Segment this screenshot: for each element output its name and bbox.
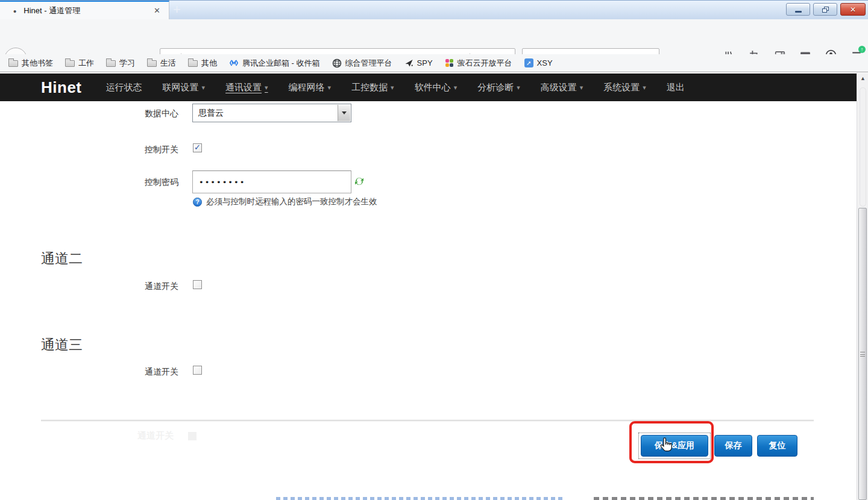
bookmarks-bar: 其他书签 工作 学习 生活 其他 腾讯企业邮箱 - 收件箱 综合管理平台 SPY [0, 54, 868, 72]
menu-analysis-diagnosis[interactable]: 分析诊断▾ [477, 82, 520, 93]
folder-icon [8, 60, 18, 67]
scrollbar-track[interactable] [860, 87, 866, 207]
new-tab-button[interactable]: + [173, 2, 181, 17]
restore-icon [822, 7, 829, 13]
globe-icon [332, 58, 342, 68]
exmail-icon [229, 58, 239, 67]
close-button[interactable]: ✕ [840, 3, 866, 16]
form-divider [41, 420, 814, 422]
dart-icon [404, 58, 414, 67]
clipped-footer-text [276, 497, 562, 500]
refresh-password-icon[interactable] [354, 177, 364, 189]
password-hint-text: 必须与控制时远程输入的密码一致控制才会生效 [206, 196, 377, 207]
help-icon: ? [193, 198, 202, 207]
control-password-input[interactable] [192, 170, 351, 193]
tab-favicon-dot: • [13, 6, 16, 16]
menu-programming-network[interactable]: 编程网络▾ [289, 82, 332, 93]
bookmark-ezviz[interactable]: 萤石云开放平台 [445, 58, 512, 69]
control-switch-label: 控制开关 [90, 145, 178, 155]
tab-title: Hinet - 通道管理 [24, 5, 80, 16]
page-content: Hinet 运行状态 联网设置▾ 通讯设置▾ 编程网络▾ 工控数据▾ 软件中心▾… [0, 73, 868, 500]
site-menu: 运行状态 联网设置▾ 通讯设置▾ 编程网络▾ 工控数据▾ 软件中心▾ 分析诊断▾… [106, 82, 685, 93]
bookmark-folder-life[interactable]: 生活 [147, 58, 176, 69]
chevron-down-icon: ▾ [265, 84, 268, 92]
channel-three-switch-label: 通道开关 [90, 367, 178, 378]
chevron-down-icon: ▾ [202, 84, 206, 92]
scrollbar-thumb[interactable] [858, 208, 867, 500]
bookmark-folder-work[interactable]: 工作 [65, 58, 94, 69]
tab-close-icon[interactable]: ✕ [154, 6, 160, 15]
window-controls: ✕ [786, 3, 866, 16]
minimize-icon [795, 11, 802, 13]
datacenter-value: 思普云 [198, 108, 224, 119]
menu-comm-settings[interactable]: 通讯设置▾ [225, 82, 268, 93]
save-apply-focus-ring: 保存&应用 [638, 433, 711, 459]
chevron-down-icon: ▾ [517, 84, 520, 92]
channel-three-switch-checkbox[interactable] [193, 366, 202, 375]
password-hint-row: ? 必须与控制时远程输入的密码一致控制才会生效 [193, 196, 377, 207]
menu-network-settings[interactable]: 联网设置▾ [163, 82, 206, 93]
folder-icon [188, 60, 198, 67]
chevron-down-icon: ▾ [454, 84, 458, 92]
channel-two-switch-checkbox[interactable] [193, 280, 202, 289]
folder-icon [106, 60, 116, 67]
scrollbar-grip [860, 352, 865, 357]
save-apply-button[interactable]: 保存&应用 [641, 435, 708, 457]
chevron-down-icon: ▾ [328, 84, 332, 92]
folder-icon [65, 60, 75, 67]
bookmark-spy[interactable]: SPY [404, 58, 433, 67]
bookmark-folder-study[interactable]: 学习 [106, 58, 135, 69]
bookmark-exmail[interactable]: 腾讯企业邮箱 - 收件箱 [229, 58, 320, 69]
update-badge: ↑ [858, 46, 866, 53]
menu-system-settings[interactable]: 系统设置▾ [603, 82, 646, 93]
clipped-footer-text-2 [594, 497, 814, 500]
xsy-icon: ➚ [524, 58, 533, 67]
site-logo[interactable]: Hinet [41, 78, 82, 97]
browser-tab[interactable]: • Hinet - 通道管理 ✕ [0, 1, 169, 20]
menu-advanced-settings[interactable]: 高级设置▾ [541, 82, 583, 93]
bookmark-folder-other-bookmarks[interactable]: 其他书签 [8, 58, 53, 69]
menu-run-status[interactable]: 运行状态 [106, 82, 142, 93]
screen: • Hinet - 通道管理 ✕ + ✕ ← → ✕ [0, 0, 868, 500]
select-dropdown-icon[interactable] [338, 105, 350, 121]
menu-industrial-data[interactable]: 工控数据▾ [351, 82, 394, 93]
bookmark-mgmt-platform[interactable]: 综合管理平台 [332, 58, 392, 69]
minimize-button[interactable] [786, 3, 810, 16]
folder-icon [147, 60, 157, 67]
control-password-label: 控制密码 [90, 177, 178, 188]
bookmark-xsy[interactable]: ➚ XSY [524, 58, 553, 67]
menu-software-center[interactable]: 软件中心▾ [415, 82, 458, 93]
section-title-channel-two: 通道二 [41, 249, 83, 268]
four-dots-icon [445, 58, 454, 67]
browser-toolbar: ← → ✕ [0, 19, 868, 54]
site-navbar: Hinet 运行状态 联网设置▾ 通讯设置▾ 编程网络▾ 工控数据▾ 软件中心▾… [0, 73, 857, 101]
chevron-down-icon: ▾ [643, 84, 646, 92]
datacenter-select[interactable]: 思普云 [192, 104, 351, 122]
channel-two-switch-label: 通道开关 [90, 281, 178, 292]
control-switch-checkbox[interactable]: ✓ [193, 143, 202, 152]
close-icon: ✕ [850, 5, 856, 14]
bookmark-folder-misc[interactable]: 其他 [188, 58, 217, 69]
section-title-channel-three: 通道三 [41, 336, 83, 354]
reset-button[interactable]: 复位 [757, 435, 797, 457]
restore-button[interactable] [813, 3, 837, 16]
menu-logout[interactable]: 退出 [667, 82, 685, 93]
window-titlebar: • Hinet - 通道管理 ✕ + ✕ [0, 0, 868, 19]
page-scrollbar[interactable]: ▲ [857, 73, 868, 500]
chevron-down-icon: ▾ [391, 84, 394, 92]
chevron-down-icon: ▾ [580, 84, 583, 92]
check-icon: ✓ [194, 143, 201, 151]
save-button[interactable]: 保存 [714, 435, 752, 457]
scrollbar-up-arrow[interactable]: ▲ [857, 75, 868, 81]
ghost-artifact: 通道开关 [137, 430, 197, 442]
datacenter-label: 数据中心 [90, 108, 178, 119]
